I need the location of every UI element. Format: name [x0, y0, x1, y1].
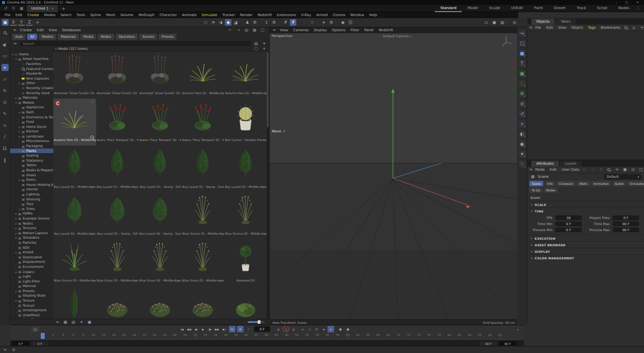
playhead[interactable] — [41, 333, 45, 339]
field-value-fps[interactable]: 30 — [555, 216, 582, 220]
undo-icon[interactable]: ↺ — [3, 6, 9, 12]
current-frame-field[interactable]: 0 F — [254, 326, 270, 332]
up-icon[interactable]: ↑ — [598, 167, 604, 173]
next-key-button[interactable]: ▶▶ — [214, 326, 220, 332]
tree-item-new-capsules[interactable]: New Capsules — [10, 76, 53, 81]
attribute-tab-bullet[interactable]: Bullet — [612, 181, 626, 186]
asset-item-bay-laurel-02-mi[interactable]: Bay Laurel 02 - Middle-Aged - ... — [53, 192, 96, 239]
light-icon[interactable]: ☀ — [519, 151, 526, 158]
menu-create[interactable]: Create — [25, 13, 41, 17]
back-icon[interactable]: ← — [227, 27, 233, 33]
tree-item-landscape[interactable]: ▸▤Landscape — [10, 134, 53, 139]
search-filter-icon[interactable]: ≡ — [12, 41, 18, 47]
simulation-scene-icon[interactable]: ○ — [202, 19, 209, 26]
menu-simulate[interactable]: Simulate — [199, 13, 220, 17]
motext-icon[interactable]: T — [519, 60, 526, 67]
asset-item-avens-fiery-tempe[interactable]: Avens 'Fiery Tempest' 01 - Mid... — [96, 99, 139, 146]
add-tab-button[interactable]: + — [58, 6, 69, 11]
hamburger-icon[interactable]: ≡ — [12, 27, 18, 33]
workplane-mode-icon[interactable]: Ⓐ — [347, 19, 354, 26]
interactive-render-icon[interactable]: ◎ — [511, 19, 518, 26]
character-gear-icon[interactable]: ⚙ — [252, 19, 258, 26]
character-icon[interactable]: ♟ — [244, 19, 251, 26]
tree-item-texture[interactable]: ▤Texture — [10, 303, 53, 308]
sound-toggle[interactable]: ♪ — [245, 326, 252, 332]
menu-edit[interactable]: Edit — [543, 26, 555, 30]
tree-item-home-decor[interactable]: ▸▤Home Decor — [10, 124, 53, 129]
menu-tags[interactable]: Tags — [585, 26, 598, 30]
prev-key-button[interactable]: ◀◀ — [186, 326, 192, 332]
menu-redshift[interactable]: Redshift — [255, 13, 274, 17]
tree-item-smart-searches[interactable]: ▾▤Smart Searches — [10, 57, 53, 62]
knife-tool[interactable]: / — [2, 133, 9, 140]
asset-item-avens-fiery-tempe[interactable]: Avens 'Fiery Tempest' 03 - Mid... — [182, 99, 224, 146]
menu-user-data[interactable]: User Data — [559, 168, 582, 172]
pen-tool[interactable]: ✎ — [2, 110, 9, 117]
render-settings-button[interactable]: ▤ — [499, 19, 506, 26]
filter-scenes[interactable]: Scenes — [139, 34, 157, 40]
tree-item-house-heating-f[interactable]: ▤House Heating & F… — [10, 182, 53, 187]
modeling-gear-icon[interactable]: ⚙ — [309, 19, 315, 26]
menu-tools[interactable]: Tools — [74, 13, 88, 17]
attribute-tab-cineware[interactable]: Cineware — [556, 181, 576, 186]
cloner-icon[interactable]: ∴ — [519, 80, 526, 87]
tree-item-home[interactable]: ▾⌂Home — [10, 52, 53, 57]
section-header-asset-browser[interactable]: ▸ASSET BROWSER — [527, 241, 644, 248]
tree-item-seating[interactable]: ▤Seating — [10, 153, 53, 158]
menu-edit[interactable]: Edit — [34, 28, 46, 32]
menu-v-ray[interactable]: V-Ray — [298, 13, 313, 17]
attribute-tab-scene[interactable]: Scene — [529, 181, 543, 186]
menu-modes[interactable]: Modes — [42, 13, 58, 17]
menu-bookmarks[interactable]: Bookmarks — [598, 26, 623, 30]
last-used-tool[interactable]: ⊙ — [2, 99, 9, 106]
symmetry-icon[interactable]: ∗ — [320, 19, 327, 26]
filter-media[interactable]: Media — [80, 34, 97, 40]
attribute-tab-simulation[interactable]: Simulation — [627, 181, 644, 186]
spline-smooth-tool[interactable]: ∿ — [2, 122, 9, 129]
asset-item-bay-laurel-01-yo[interactable]: Bay Laurel 01 - Young - Fall — [139, 146, 182, 192]
goto-start-button[interactable]: |◀ — [179, 326, 185, 332]
grid-view-icon[interactable]: ▦ — [62, 319, 68, 325]
range-start-field-1[interactable]: 0 F — [31, 341, 48, 345]
workspace-tab-nodes[interactable]: Nodes — [613, 5, 635, 12]
tree-item-textures[interactable]: ▸▤Textures — [10, 226, 53, 231]
workspace-tab-groom[interactable]: Groom — [548, 5, 572, 12]
field-value-preview-min[interactable]: 0 F — [555, 228, 582, 232]
render-view-button[interactable]: ▭ — [483, 19, 490, 26]
filter-nodes[interactable]: Nodes — [98, 34, 114, 40]
tree-item-texture[interactable]: ▸▤Texture — [10, 298, 53, 303]
field-icon[interactable]: ▣ — [519, 70, 526, 77]
tree-item-deprecated[interactable]: ▤Deprecated — [10, 255, 53, 260]
section-header-color-management[interactable]: ▸COLOR MANAGEMENT — [527, 254, 644, 261]
favorite-heart-icon[interactable]: ♡ — [91, 100, 94, 104]
thumbnail-size-slider[interactable] — [248, 321, 265, 323]
asset-item-blue-grama-01-mi[interactable]: Blue Grama 01 - Middle-Aged ... — [182, 192, 224, 239]
tree-item-food[interactable]: ▤Food — [10, 119, 53, 124]
x-axis-lock-toggle[interactable]: X — [10, 19, 17, 26]
field-value-project-time[interactable]: 0 F — [613, 216, 639, 220]
loop-toggle[interactable]: ↻ — [229, 326, 235, 332]
forward-icon[interactable]: → — [590, 167, 596, 173]
tree-item-toys[interactable]: ▤Toys — [10, 201, 53, 206]
lock-icon[interactable]: ▣ — [622, 167, 628, 173]
live-selection-tool[interactable]: ▲ — [0, 39, 10, 49]
field-value-preview-max[interactable]: 90 F — [613, 228, 639, 232]
tree-item-tables[interactable]: ▤Tables — [10, 163, 53, 168]
tree-item-models[interactable]: ▾▤Models — [10, 100, 53, 105]
tree-item-miscellaneous[interactable]: ▤Miscellaneous — [10, 139, 53, 144]
tree-item-shading-state[interactable]: ▤Shading State — [10, 294, 53, 299]
tree-item-hdris[interactable]: ▸▤HDRIs — [10, 211, 53, 217]
asset-item-ball-cactus-paro[interactable]: Ball Cactus - Parodia Prestoensis — [224, 99, 267, 146]
rotation-key-toggle[interactable]: ↻ — [313, 326, 320, 332]
tab-layers[interactable]: Layers — [560, 161, 582, 167]
record-button[interactable]: ● — [275, 326, 282, 332]
parameter-key-toggle[interactable]: ≡ — [320, 326, 327, 332]
menu-file[interactable]: File — [2, 13, 13, 17]
tab-takes[interactable]: Takes — [555, 19, 575, 25]
menu-object[interactable]: Object — [569, 26, 586, 30]
spline-pen-tool[interactable]: ↝ — [519, 30, 526, 37]
menu-mesh[interactable]: Mesh — [104, 13, 118, 17]
search-commander-icon[interactable] — [2, 29, 9, 36]
filter-all[interactable]: All — [27, 34, 37, 40]
axis-mode-toggle[interactable]: + — [34, 19, 41, 26]
